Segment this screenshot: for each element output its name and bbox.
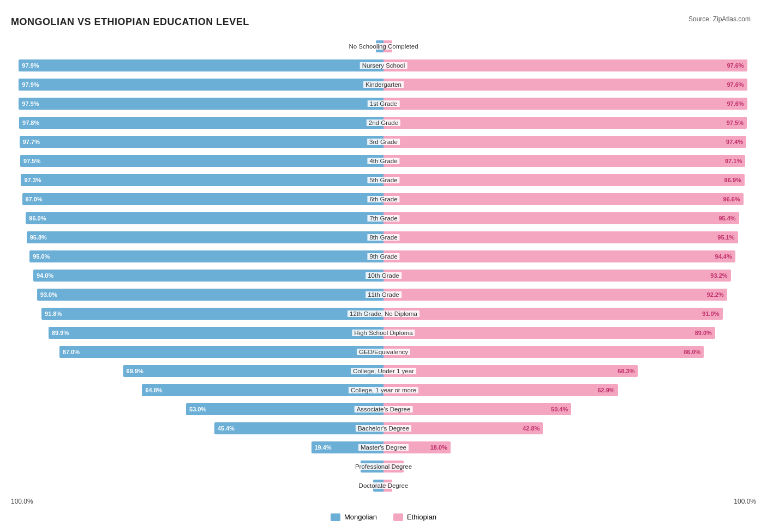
ethiopian-bar: 97.4% [384, 136, 746, 148]
mongolian-value: 95.0% [33, 253, 50, 260]
ethiopian-value: 97.6% [727, 62, 744, 69]
mongolian-bar: 69.9% [123, 365, 384, 377]
row-label: 2nd Grade [367, 119, 400, 126]
bar-row: 95.0%9th Grade94.4% [11, 248, 756, 265]
mongolian-value: 95.8% [30, 234, 47, 241]
ethiopian-bar-section: 42.8% [384, 420, 756, 437]
chart-area: 2.1%No Schooling Completed2.4%97.9%Nurse… [11, 38, 756, 494]
mongolian-bar-section: 97.9% [11, 57, 384, 74]
bar-row: 89.9%High School Diploma89.0% [11, 324, 756, 342]
ethiopian-bar: 68.3% [384, 365, 638, 377]
row-label: 4th Grade [367, 158, 399, 164]
bar-row: 97.5%4th Grade97.1% [11, 152, 756, 170]
ethiopian-bar: 96.6% [384, 193, 744, 205]
row-label: 12th Grade, No Diploma [347, 310, 420, 317]
ethiopian-value: 91.0% [702, 310, 719, 317]
ethiopian-bar-section: 2.4% [384, 38, 756, 55]
mongolian-value: 53.0% [189, 406, 206, 413]
mongolian-bar-section: 97.9% [11, 76, 384, 93]
mongolian-value: 87.0% [63, 349, 80, 355]
row-label: GED/Equivalency [357, 349, 410, 355]
ethiopian-bar: 92.2% [384, 289, 727, 301]
ethiopian-bar-section: 5.4% [384, 458, 756, 475]
mongolian-bar: 95.8% [27, 231, 384, 243]
mongolian-bar: 94.0% [33, 270, 384, 282]
row-label: Professional Degree [353, 463, 414, 470]
row-label: 10th Grade [365, 272, 402, 279]
row-label: 8th Grade [367, 234, 399, 241]
ethiopian-value: 89.0% [695, 330, 712, 336]
mongolian-bar-section: 97.7% [11, 133, 384, 151]
mongolian-bar: 87.0% [59, 346, 384, 358]
mongolian-bar: 91.8% [41, 308, 384, 320]
ethiopian-bar-section: 97.1% [384, 152, 756, 170]
source-label: Source: ZipAtlas.com [688, 15, 751, 23]
axis-labels: 100.0% 100.0% [11, 498, 756, 505]
row-label: High School Diploma [352, 330, 415, 336]
mongolian-bar-section: 93.0% [11, 286, 384, 303]
ethiopian-bar: 97.6% [384, 59, 747, 71]
ethiopian-bar: 96.9% [384, 174, 745, 186]
mongolian-bar-section: 45.4% [11, 420, 384, 437]
bar-row: 87.0%GED/Equivalency86.0% [11, 343, 756, 361]
bar-row: 94.0%10th Grade93.2% [11, 267, 756, 284]
row-label: 11th Grade [365, 291, 402, 298]
bar-row: 53.0%Associate's Degree50.4% [11, 401, 756, 418]
mongolian-bar-section: 97.0% [11, 190, 384, 208]
ethiopian-value: 95.4% [718, 215, 735, 222]
bar-row: 97.8%2nd Grade97.5% [11, 114, 756, 131]
mongolian-value: 19.4% [315, 444, 332, 451]
ethiopian-bar-section: 97.5% [384, 114, 756, 131]
row-label: Associate's Degree [355, 406, 413, 413]
ethiopian-bar-section: 97.6% [384, 57, 756, 74]
bar-row: 64.8%College, 1 year or more62.9% [11, 381, 756, 399]
row-label: College, 1 year or more [349, 387, 418, 393]
mongolian-bar-section: 53.0% [11, 401, 384, 418]
row-label: 9th Grade [367, 253, 399, 260]
ethiopian-value: 93.2% [710, 272, 727, 279]
ethiopian-bar: 95.1% [384, 231, 738, 243]
ethiopian-value: 97.4% [726, 139, 743, 145]
mongolian-bar-section: 94.0% [11, 267, 384, 284]
bar-row: 95.8%8th Grade95.1% [11, 229, 756, 246]
mongolian-bar-section: 95.0% [11, 248, 384, 265]
ethiopian-bar-section: 92.2% [384, 286, 756, 303]
ethiopian-bar-section: 91.0% [384, 305, 756, 322]
ethiopian-value: 97.6% [727, 81, 744, 88]
ethiopian-value: 50.4% [551, 406, 568, 413]
ethiopian-legend-label: Ethiopian [407, 513, 436, 521]
mongolian-value: 97.8% [22, 119, 39, 126]
ethiopian-bar: 86.0% [384, 346, 704, 358]
ethiopian-bar: 95.4% [384, 212, 739, 224]
mongolian-bar-section: 97.5% [11, 152, 384, 170]
ethiopian-bar: 97.6% [384, 79, 747, 91]
axis-right: 100.0% [734, 498, 756, 505]
bar-row: 97.9%1st Grade97.6% [11, 95, 756, 112]
row-label: Bachelor's Degree [356, 425, 411, 432]
bar-row: 2.8%Doctorate Degree2.3% [11, 477, 756, 494]
mongolian-value: 97.3% [24, 177, 41, 183]
ethiopian-bar-section: 96.9% [384, 171, 756, 189]
ethiopian-value: 18.0% [430, 444, 447, 451]
mongolian-value: 64.8% [145, 387, 162, 393]
row-label: College, Under 1 year [351, 368, 416, 374]
bar-row: 97.0%6th Grade96.6% [11, 190, 756, 208]
mongolian-bar-section: 69.9% [11, 362, 384, 380]
mongolian-legend-label: Mongolian [344, 513, 377, 521]
mongolian-bar: 96.0% [26, 212, 384, 224]
ethiopian-bar-section: 94.4% [384, 248, 756, 265]
bar-row: 97.9%Nursery School97.6% [11, 57, 756, 74]
ethiopian-value: 95.1% [717, 234, 734, 241]
ethiopian-bar: 97.6% [384, 98, 747, 110]
mongolian-bar: 97.8% [19, 117, 384, 129]
ethiopian-value: 86.0% [684, 349, 700, 355]
row-label: Nursery School [360, 62, 408, 69]
ethiopian-bar-section: 95.4% [384, 210, 756, 227]
row-label: 5th Grade [367, 177, 399, 183]
row-label: No Schooling Completed [346, 43, 420, 50]
mongolian-bar-section: 89.9% [11, 324, 384, 342]
row-label: Master's Degree [358, 444, 409, 451]
ethiopian-bar: 89.0% [384, 327, 715, 339]
mongolian-value: 97.9% [22, 81, 39, 88]
bar-row: 45.4%Bachelor's Degree42.8% [11, 420, 756, 437]
